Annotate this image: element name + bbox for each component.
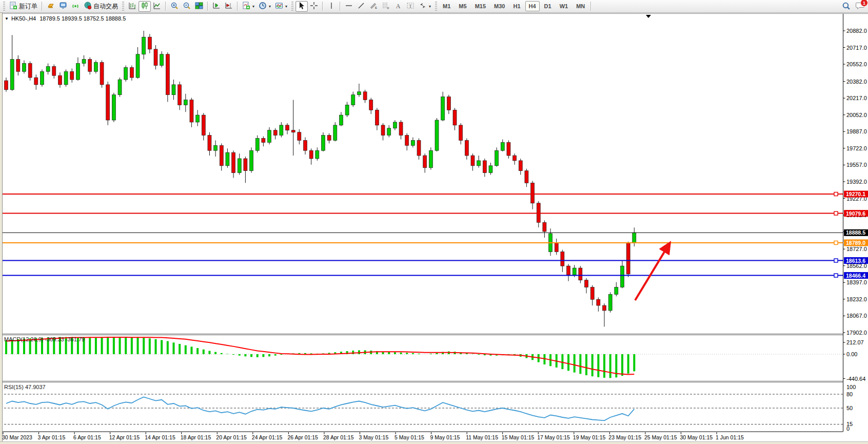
timeframe-H4[interactable]: H4 bbox=[525, 1, 540, 11]
candle-down[interactable] bbox=[459, 125, 463, 141]
candle-down[interactable] bbox=[327, 136, 331, 141]
candle-down[interactable] bbox=[590, 287, 594, 300]
candle-up[interactable] bbox=[184, 100, 187, 105]
candle-up[interactable] bbox=[214, 145, 218, 150]
candle-down[interactable] bbox=[363, 92, 367, 100]
candle-up[interactable] bbox=[136, 54, 140, 78]
candle-up[interactable] bbox=[393, 122, 397, 128]
candle-down[interactable] bbox=[537, 203, 540, 222]
candle-down[interactable] bbox=[286, 125, 289, 130]
candle-down[interactable] bbox=[190, 100, 193, 122]
bar-chart-button[interactable] bbox=[126, 1, 139, 12]
candle-down[interactable] bbox=[16, 60, 20, 72]
hline-handle[interactable] bbox=[834, 192, 838, 196]
timeframe-H1[interactable]: H1 bbox=[509, 1, 524, 11]
hline-handle[interactable] bbox=[834, 274, 838, 277]
candle-up[interactable] bbox=[573, 268, 576, 275]
candle-up[interactable] bbox=[435, 120, 439, 150]
candle-down[interactable] bbox=[507, 142, 510, 156]
candle-down[interactable] bbox=[88, 60, 92, 72]
candle-down[interactable] bbox=[417, 140, 421, 156]
candle-up[interactable] bbox=[321, 136, 325, 151]
candle-down[interactable] bbox=[208, 136, 211, 151]
candle-down[interactable] bbox=[585, 280, 588, 287]
timeframe-M1[interactable]: M1 bbox=[439, 1, 454, 11]
candle-up[interactable] bbox=[268, 130, 271, 143]
arrows-button[interactable]: ▾ bbox=[417, 1, 433, 12]
equidistant-channel-button[interactable]: E bbox=[367, 1, 380, 12]
candle-up[interactable] bbox=[477, 161, 481, 166]
candle-down[interactable] bbox=[130, 67, 133, 78]
candle-up[interactable] bbox=[238, 159, 241, 173]
candle-up[interactable] bbox=[250, 150, 253, 170]
candle-up[interactable] bbox=[345, 105, 349, 115]
candle-up[interactable] bbox=[76, 64, 80, 80]
candle-down[interactable] bbox=[100, 63, 104, 85]
candle-down[interactable] bbox=[555, 243, 558, 252]
candle-up[interactable] bbox=[40, 71, 44, 85]
candle-down[interactable] bbox=[154, 49, 157, 66]
signals-button[interactable] bbox=[69, 1, 82, 12]
candle-up[interactable] bbox=[172, 85, 175, 95]
candle-up[interactable] bbox=[620, 266, 624, 287]
candle-down[interactable] bbox=[262, 139, 265, 143]
auto-trading-button[interactable]: 自动交易 bbox=[82, 1, 120, 12]
templates-button[interactable]: ▾ bbox=[273, 1, 289, 12]
candle-up[interactable] bbox=[196, 115, 200, 122]
search-button[interactable] bbox=[840, 1, 853, 12]
crosshair-button[interactable] bbox=[308, 1, 320, 12]
candle-down[interactable] bbox=[106, 85, 110, 120]
chat-button[interactable]: 1 bbox=[856, 1, 865, 12]
candle-down[interactable] bbox=[58, 75, 62, 85]
candle-down[interactable] bbox=[531, 183, 535, 203]
candle-up[interactable] bbox=[411, 140, 415, 145]
hline-handle[interactable] bbox=[834, 241, 838, 244]
candle-up[interactable] bbox=[64, 71, 68, 85]
candle-up[interactable] bbox=[608, 294, 612, 311]
candle-down[interactable] bbox=[423, 156, 427, 168]
candle-up[interactable] bbox=[226, 152, 229, 166]
candle-up[interactable] bbox=[495, 150, 499, 166]
candle-down[interactable] bbox=[178, 85, 182, 105]
candle-down[interactable] bbox=[28, 64, 32, 78]
chart-canvas[interactable]: 20882.020717.020552.020382.020217.020052… bbox=[0, 13, 868, 444]
line-chart-button[interactable] bbox=[151, 1, 163, 12]
indicators-button[interactable]: ▾ bbox=[240, 1, 257, 12]
candle-up[interactable] bbox=[441, 97, 445, 120]
candle-up[interactable] bbox=[82, 60, 86, 64]
zoom-out-button[interactable] bbox=[181, 1, 193, 12]
candle-up[interactable] bbox=[124, 67, 128, 80]
trendline-button[interactable] bbox=[355, 1, 367, 12]
candle-up[interactable] bbox=[280, 125, 283, 136]
toolbar-gripper[interactable] bbox=[435, 2, 437, 11]
candle-down[interactable] bbox=[399, 122, 403, 136]
candle-down[interactable] bbox=[483, 161, 486, 173]
auto-scroll-button[interactable] bbox=[210, 1, 223, 12]
timeframe-M5[interactable]: M5 bbox=[455, 1, 470, 11]
vertical-line-button[interactable] bbox=[325, 1, 338, 12]
candle-up[interactable] bbox=[501, 142, 504, 150]
candle-down[interactable] bbox=[603, 305, 606, 311]
candle-down[interactable] bbox=[52, 66, 56, 75]
timeframe-M30[interactable]: M30 bbox=[490, 1, 508, 11]
collapse-marker-icon[interactable]: ▼ bbox=[5, 16, 9, 21]
candle-down[interactable] bbox=[34, 78, 38, 85]
candle-down[interactable] bbox=[519, 161, 522, 171]
text-button[interactable]: A bbox=[392, 1, 404, 12]
gold-button[interactable] bbox=[45, 1, 57, 12]
candle-up[interactable] bbox=[10, 60, 14, 90]
periods-button[interactable]: ▾ bbox=[257, 1, 273, 12]
candle-up[interactable] bbox=[489, 166, 492, 173]
toolbar-gripper[interactable] bbox=[3, 2, 5, 11]
candle-down[interactable] bbox=[453, 110, 457, 125]
candle-up[interactable] bbox=[94, 63, 97, 72]
candle-down[interactable] bbox=[273, 130, 277, 136]
hline-handle[interactable] bbox=[834, 259, 838, 262]
chart-shift-button[interactable] bbox=[223, 1, 235, 12]
fibonacci-button[interactable]: F bbox=[380, 1, 392, 12]
candle-up[interactable] bbox=[46, 66, 50, 71]
hline-handle[interactable] bbox=[834, 211, 838, 215]
candle-down[interactable] bbox=[70, 71, 74, 80]
candle-down[interactable] bbox=[369, 100, 373, 110]
candle-up[interactable] bbox=[160, 54, 164, 66]
